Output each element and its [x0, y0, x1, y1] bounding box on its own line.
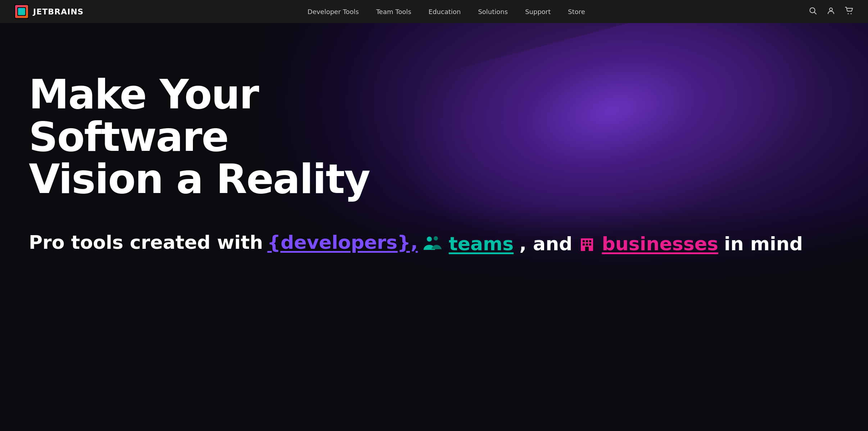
- jetbrains-logo-icon: [14, 4, 29, 19]
- navbar: JETBRAINS Developer Tools Team Tools Edu…: [0, 0, 868, 23]
- brand-name: JETBRAINS: [33, 7, 83, 16]
- hero-subtitle: Pro tools created with {developers},: [29, 229, 839, 259]
- subtitle-prefix: Pro tools created with: [29, 229, 263, 256]
- hero-title: Make Your Software Vision a Reality: [29, 73, 461, 201]
- businesses-link[interactable]: businesses: [602, 231, 718, 257]
- nav-education[interactable]: Education: [429, 8, 461, 15]
- nav-solutions[interactable]: Solutions: [478, 8, 508, 15]
- nav-support[interactable]: Support: [525, 8, 551, 15]
- user-icon[interactable]: [827, 7, 835, 17]
- svg-rect-3: [18, 8, 25, 15]
- svg-rect-12: [583, 240, 585, 242]
- svg-rect-16: [586, 243, 588, 246]
- svg-rect-14: [589, 240, 591, 242]
- developers-link[interactable]: {developers},: [267, 229, 418, 256]
- hero-subtitle-line1: Pro tools created with {developers},: [29, 229, 418, 256]
- businesses-suffix: in mind: [724, 231, 803, 257]
- teams-icon: [422, 235, 443, 253]
- svg-point-10: [434, 236, 438, 241]
- hero-title-line2: Vision a Reality: [29, 156, 370, 202]
- nav-team-tools[interactable]: Team Tools: [376, 8, 411, 15]
- teams-link[interactable]: teams: [449, 231, 514, 257]
- svg-rect-17: [589, 243, 591, 246]
- svg-point-6: [829, 8, 832, 11]
- svg-point-8: [850, 13, 851, 14]
- svg-rect-13: [586, 240, 588, 242]
- svg-rect-18: [585, 247, 589, 251]
- hero-content: Make Your Software Vision a Reality Pro …: [0, 23, 868, 259]
- teams-suffix: , and: [519, 231, 572, 257]
- navbar-links: Developer Tools Team Tools Education Sol…: [308, 8, 585, 15]
- hero-subtitle-line2: teams , and: [422, 231, 803, 257]
- navbar-actions: [809, 7, 854, 17]
- nav-store[interactable]: Store: [568, 8, 585, 15]
- svg-rect-15: [583, 243, 585, 246]
- svg-point-9: [427, 237, 432, 242]
- cart-icon[interactable]: [845, 7, 854, 17]
- nav-developer-tools[interactable]: Developer Tools: [308, 8, 359, 15]
- svg-line-5: [814, 12, 816, 14]
- navbar-brand: JETBRAINS: [14, 4, 83, 19]
- svg-point-7: [847, 13, 849, 14]
- businesses-icon: [578, 235, 596, 253]
- hero-title-line1: Make Your Software: [29, 71, 258, 160]
- search-icon[interactable]: [809, 7, 817, 17]
- hero-section: Make Your Software Vision a Reality Pro …: [0, 23, 868, 431]
